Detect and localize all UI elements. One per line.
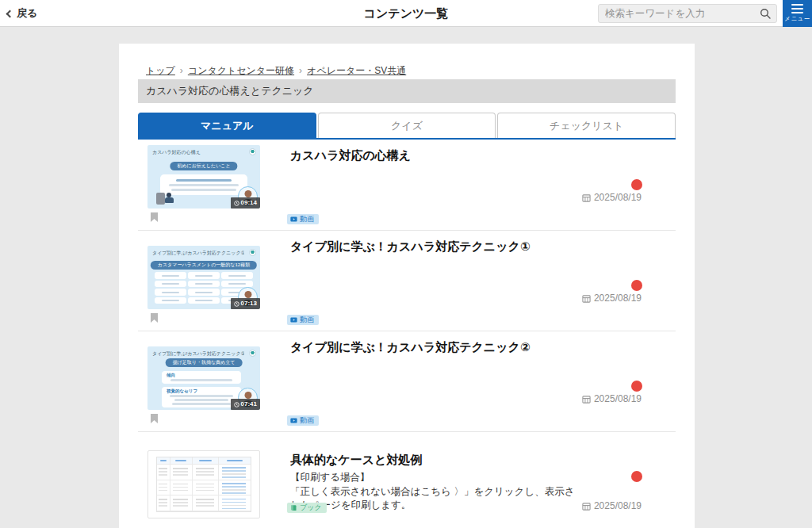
breadcrumb-link-training[interactable]: コンタクトセンター研修	[188, 65, 294, 76]
book-icon	[290, 504, 297, 511]
person-illustration	[156, 190, 178, 205]
section-title: カスハラ対応の心構えとテクニック	[138, 79, 676, 103]
slide-topic-pill: 初めにお伝えしたいこと	[170, 162, 237, 170]
thumb-heading: カスハラ対応の心構え	[152, 149, 244, 156]
breadcrumb-separator: ›	[299, 65, 302, 76]
thumb-heading: タイプ別に学ぶ!カスハラ対応テクニック①	[152, 250, 244, 257]
document-thumbnail[interactable]	[147, 450, 260, 518]
back-label: 戻る	[17, 6, 37, 21]
slide-topic-pill: カスタマーハラスメントの一般的な12種類	[151, 261, 257, 270]
search-icon[interactable]	[760, 8, 771, 19]
content-item-2[interactable]: タイプ別に学ぶ!カスハラ対応テクニック① カスタマーハラスメントの一般的な12種…	[138, 230, 676, 331]
item-title[interactable]: カスハラ対応の心構え	[290, 148, 411, 163]
breadcrumb: トップ›コンタクトセンター研修›オペレーター・SV共通	[146, 64, 676, 77]
content-list: カスハラ対応の心構え 初めにお伝えしたいこと 09:14 カスハラ対応	[138, 140, 676, 522]
company-logo-icon	[249, 148, 256, 155]
bookmark-icon[interactable]	[151, 313, 158, 323]
menu-label: メニュー	[784, 15, 810, 23]
unread-dot	[631, 471, 642, 482]
breadcrumb-separator: ›	[180, 65, 183, 76]
bookmark-icon[interactable]	[151, 414, 158, 423]
slide-topic-pill: 揚げ足取り・執拗な責め立て	[166, 358, 243, 367]
video-duration: 09:14	[231, 197, 260, 209]
breadcrumb-link-top[interactable]: トップ	[146, 65, 175, 76]
search-input[interactable]	[599, 8, 760, 19]
tab-checklist[interactable]: チェックリスト	[497, 113, 676, 138]
tab-bar: マニュアル クイズ チェックリスト	[138, 113, 676, 140]
calendar-icon	[582, 193, 591, 202]
unread-dot	[631, 179, 642, 190]
back-button[interactable]: 戻る	[7, 6, 37, 21]
item-date: 2025/08/19	[582, 293, 642, 304]
video-thumbnail-1[interactable]: カスハラ対応の心構え 初めにお伝えしたいこと 09:14	[147, 145, 260, 209]
item-date: 2025/08/19	[582, 500, 642, 511]
item-description: 【印刷する場合】「正しく表示されない場合はこちら 〉」をクリックし、表示されたペ…	[290, 471, 580, 513]
video-thumbnail-3[interactable]: タイプ別に学ぶ!カスハラ対応テクニック② 揚げ足取り・執拗な責め立て 傾向 視覚…	[147, 346, 260, 410]
tab-manual[interactable]: マニュアル	[138, 113, 316, 138]
content-item-3[interactable]: タイプ別に学ぶ!カスハラ対応テクニック② 揚げ足取り・執拗な責め立て 傾向 視覚…	[138, 331, 676, 431]
menu-button[interactable]: メニュー	[783, 0, 812, 27]
video-icon	[290, 316, 297, 323]
video-icon	[290, 417, 297, 424]
app-header: 戻る コンテンツ一覧 メニュー	[0, 0, 812, 27]
clock-icon	[234, 201, 239, 206]
video-badge: 動画	[287, 415, 319, 426]
item-title[interactable]: タイプ別に学ぶ！カスハラ対応テクニック②	[290, 340, 530, 355]
bookmark-icon[interactable]	[151, 212, 158, 222]
calendar-icon	[582, 502, 591, 511]
thumb-heading: タイプ別に学ぶ!カスハラ対応テクニック②	[152, 350, 244, 358]
tab-quiz[interactable]: クイズ	[318, 113, 496, 138]
slide-text-box: 視覚的なセリフ	[162, 387, 241, 407]
company-logo-icon	[249, 350, 256, 357]
item-title[interactable]: タイプ別に学ぶ！カスハラ対応テクニック①	[290, 239, 530, 254]
breadcrumb-link-common[interactable]: オペレーター・SV共通	[307, 65, 406, 76]
video-duration: 07:41	[231, 399, 260, 410]
item-title[interactable]: 具体的なケースと対処例	[290, 453, 422, 468]
unread-dot	[631, 280, 642, 291]
video-icon	[290, 216, 297, 223]
back-chevron-icon	[6, 10, 14, 18]
content-card: トップ›コンタクトセンター研修›オペレーター・SV共通 カスハラ対応の心構えとテ…	[119, 44, 695, 528]
content-item-1[interactable]: カスハラ対応の心構え 初めにお伝えしたいこと 09:14 カスハラ対応	[138, 140, 676, 230]
search-box[interactable]	[598, 4, 777, 23]
book-badge: ブック	[287, 503, 327, 513]
content-item-4[interactable]: 具体的なケースと対処例 【印刷する場合】「正しく表示されない場合はこちら 〉」を…	[138, 431, 676, 522]
calendar-icon	[582, 395, 591, 404]
clock-icon	[234, 301, 239, 307]
video-thumbnail-2[interactable]: タイプ別に学ぶ!カスハラ対応テクニック① カスタマーハラスメントの一般的な12種…	[147, 246, 260, 309]
slide-text-box: 傾向	[162, 371, 241, 384]
video-badge: 動画	[287, 315, 319, 325]
clock-icon	[234, 402, 239, 407]
company-logo-icon	[249, 249, 256, 256]
video-badge: 動画	[287, 214, 319, 224]
item-date: 2025/08/19	[582, 192, 642, 203]
document-table-preview	[156, 457, 251, 512]
unread-dot	[631, 381, 642, 392]
item-date: 2025/08/19	[582, 393, 642, 404]
calendar-icon	[582, 294, 591, 303]
hamburger-icon	[791, 4, 803, 14]
video-duration: 07:13	[231, 298, 260, 309]
